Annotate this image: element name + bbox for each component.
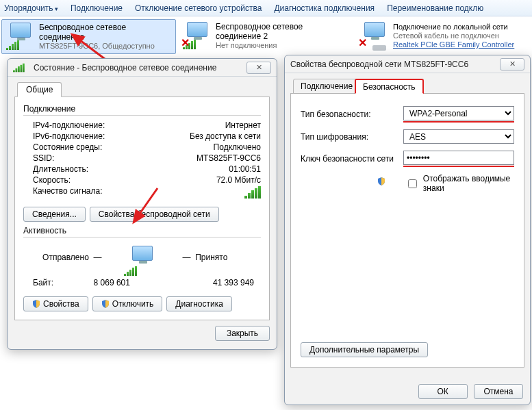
status-tabs: Общие (14, 82, 270, 97)
annotation-underline-1 (403, 121, 514, 123)
ok-button[interactable]: ОК (418, 384, 468, 399)
conn3-sub[interactable]: Realtek PCIe GBE Family Controller (393, 40, 514, 49)
close-button[interactable]: Закрыть (215, 326, 270, 341)
cancel-button[interactable]: Отмена (474, 384, 523, 399)
signal-bars-icon (244, 186, 261, 198)
toolbar-rename[interactable]: Переименование подклю (387, 3, 483, 13)
security-key-label: Ключ безопасности сети (301, 154, 403, 164)
status-dialog-title: Состояние - Беспроводное сетевое соедине… (34, 63, 216, 73)
ipv6-label: IPv6-подключение: (33, 131, 165, 141)
signal-value (165, 186, 261, 201)
speed-label: Скорость: (33, 175, 165, 185)
connections-list: Беспроводное сетевое соединение MTS825FT… (0, 16, 532, 58)
bytes-recv: 41 393 949 (160, 278, 262, 287)
conn1-sub: MTS825FT-9CC6, Общедоступно (39, 42, 155, 51)
show-characters-label: Отображать вводимые знаки (423, 174, 514, 193)
group-activity: Активность (23, 226, 261, 235)
security-type-select[interactable]: WPA2-Personal (403, 106, 514, 120)
conn2-line1: Беспроводное сетевое (216, 22, 303, 31)
shield-icon (101, 300, 110, 308)
shield-icon (32, 300, 40, 308)
bytes-label: Байт: (23, 278, 64, 287)
properties-dialog: Свойства беспроводной сети MTS825FT-9CC6… (284, 55, 531, 405)
toolbar-diagnose[interactable]: Диагностика подключения (274, 3, 375, 13)
explorer-toolbar: Упорядочить Подключение Отключение сетев… (0, 0, 532, 16)
ipv4-label: IPv4-подключение: (33, 120, 165, 130)
encryption-label: Тип шифрования: (301, 132, 403, 142)
security-key-input[interactable] (403, 151, 514, 165)
recv-label: — Принято (183, 242, 262, 276)
properties-tabs: Подключение Безопасность (290, 77, 524, 94)
bytes-sent: 8 069 601 (64, 278, 160, 287)
toolbar-disable-device[interactable]: Отключение сетевого устройства (135, 3, 262, 13)
toolbar-organize[interactable]: Упорядочить (4, 3, 58, 13)
connection-wireless-2[interactable]: ✕ Беспроводное сетевое соединение 2 Нет … (179, 19, 353, 54)
wifi-icon (6, 23, 35, 50)
conn1-line1: Беспроводное сетевое (39, 23, 155, 32)
properties-dialog-title: Свойства беспроводной сети MTS825FT-9CC6 (290, 60, 468, 69)
connection-wireless-1[interactable]: Беспроводное сетевое соединение MTS825FT… (1, 19, 176, 54)
encryption-select[interactable]: AES (403, 129, 514, 144)
properties-button[interactable]: Свойства (23, 296, 88, 311)
tab-connection[interactable]: Подключение (293, 79, 360, 94)
annotation-underline-2 (403, 166, 514, 167)
ipv6-value: Без доступа к сети (165, 131, 261, 141)
ssid-value: MTS825FT-9CC6 (165, 153, 261, 163)
signal-label: Качество сигнала: (33, 186, 165, 201)
tab-general[interactable]: Общие (17, 82, 62, 97)
sent-label: Отправлено — (23, 242, 102, 276)
activity-monitor-icon (123, 242, 162, 276)
conn3-line1: Подключение по локальной сети (393, 22, 514, 31)
properties-dialog-titlebar[interactable]: Свойства беспроводной сети MTS825FT-9CC6… (285, 55, 530, 73)
media-label: Состояние среды: (33, 142, 165, 152)
security-type-label: Тип безопасности: (301, 110, 403, 119)
lan-disconnected-icon: ✕ (360, 22, 389, 49)
toolbar-connect[interactable]: Подключение (71, 3, 123, 13)
advanced-button[interactable]: Дополнительные параметры (301, 342, 428, 357)
wifi-disconnected-icon: ✕ (183, 22, 212, 49)
media-value: Подключено (165, 142, 261, 152)
disable-button[interactable]: Отключить (92, 296, 163, 311)
diagnose-button[interactable]: Диагностика (166, 296, 232, 311)
wireless-properties-button[interactable]: Свойства беспроводной сети (90, 207, 219, 222)
wifi-signal-icon (13, 63, 25, 72)
details-button[interactable]: Сведения... (23, 207, 86, 222)
duration-value: 01:00:51 (165, 164, 261, 174)
tab-security[interactable]: Безопасность (355, 79, 424, 94)
conn3-line2: Сетевой кабель не подключен (393, 31, 514, 40)
duration-label: Длительность: (33, 164, 165, 174)
properties-dialog-close[interactable]: ✕ (500, 58, 524, 71)
speed-value: 72.0 Мбит/с (165, 175, 261, 185)
ssid-label: SSID: (33, 153, 165, 163)
conn2-line2: соединение 2 (216, 31, 303, 41)
show-characters-checkbox[interactable] (408, 179, 417, 188)
conn2-sub: Нет подключения (216, 41, 303, 50)
ipv4-value: Интернет (165, 120, 261, 130)
shield-icon (377, 177, 388, 190)
connection-lan[interactable]: ✕ Подключение по локальной сети Сетевой … (356, 19, 531, 54)
group-connection: Подключение (23, 104, 261, 114)
status-dialog-close[interactable]: ✕ (246, 62, 271, 74)
status-dialog: Состояние - Беспроводное сетевое соедине… (7, 58, 277, 350)
conn1-line2: соединение (39, 32, 155, 42)
status-dialog-titlebar[interactable]: Состояние - Беспроводное сетевое соедине… (8, 59, 277, 77)
